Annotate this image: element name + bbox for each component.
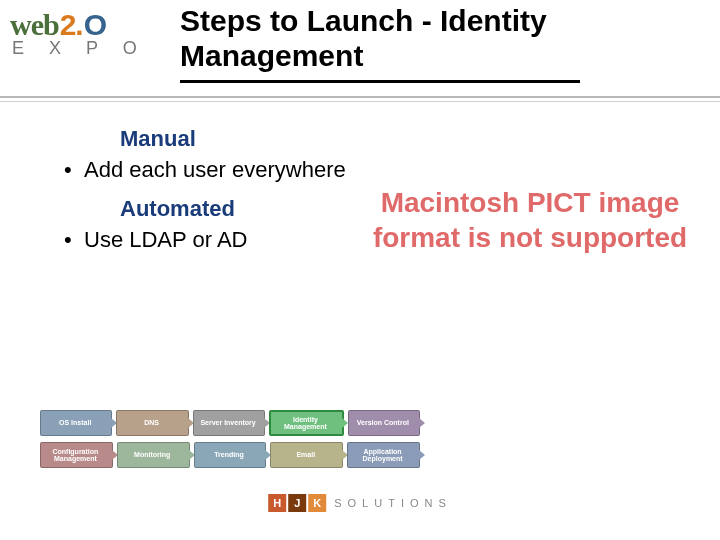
logo-text-o: O [84, 8, 105, 42]
step-os-install: OS Install [40, 410, 112, 436]
hjk-solutions-logo: H J K SOLUTIONS [268, 494, 452, 512]
steps-row-1: OS Install DNS Server Inventory Identity… [40, 410, 420, 436]
bullet-item: Add each user everywhere [64, 156, 360, 184]
step-email: Email [270, 442, 343, 468]
step-config-management: Configuration Management [40, 442, 113, 468]
title-underline [180, 80, 580, 83]
subheading-manual: Manual [120, 126, 360, 152]
step-trending: Trending [194, 442, 267, 468]
content-column: Manual Add each user everywhere Automate… [60, 126, 360, 253]
logo-text-web: web [10, 8, 59, 42]
step-dns: DNS [116, 410, 188, 436]
bullet-item: Use LDAP or AD [64, 226, 360, 254]
logo-square-h: H [268, 494, 286, 512]
step-server-inventory: Server Inventory [193, 410, 265, 436]
slide-title: Steps to Launch - Identity Management [180, 4, 720, 73]
slide: web 2. O E X P O Steps to Launch - Ident… [0, 0, 720, 540]
step-app-deployment: Application Deployment [347, 442, 420, 468]
header-divider [0, 96, 720, 104]
subheading-automated: Automated [120, 196, 360, 222]
logo-text-solutions: SOLUTIONS [334, 497, 452, 509]
logo-text-expo: E X P O [12, 38, 170, 59]
logo-top-row: web 2. O [10, 8, 170, 42]
step-identity-management: Identity Management [269, 410, 343, 436]
steps-diagram: OS Install DNS Server Inventory Identity… [40, 410, 420, 474]
bullet-list-manual: Add each user everywhere [64, 156, 360, 184]
logo-text-2dot: 2. [60, 8, 83, 42]
step-monitoring: Monitoring [117, 442, 190, 468]
slide-header: web 2. O E X P O Steps to Launch - Ident… [0, 0, 720, 90]
steps-row-2: Configuration Management Monitoring Tren… [40, 442, 420, 468]
logo-square-j: J [288, 494, 306, 512]
bullet-list-automated: Use LDAP or AD [64, 226, 360, 254]
logo-square-k: K [308, 494, 326, 512]
pict-unsupported-message: Macintosh PICT image format is not suppo… [360, 185, 700, 255]
step-version-control: Version Control [348, 410, 420, 436]
web20-expo-logo: web 2. O E X P O [10, 8, 170, 59]
